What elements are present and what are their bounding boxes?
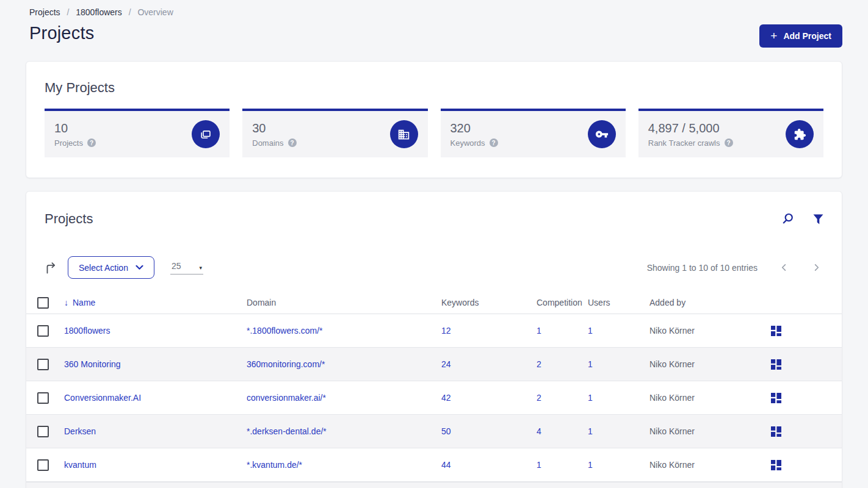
competition-count[interactable]: 1 [537,460,588,470]
puzzle-icon [786,120,814,148]
table-row: kvantum *.kvantum.de/* 44 1 1 Niko Körne… [26,448,842,482]
stat-domains: 30 Domains ? [242,109,427,157]
added-by: Niko Körner [649,460,771,470]
stats-row: 10 Projects ? 30 [45,109,823,157]
column-header-domain: Domain [247,298,441,307]
projects-panel-title: Projects [45,211,762,227]
competition-count[interactable]: 2 [537,393,588,403]
keywords-count[interactable]: 24 [441,359,537,369]
column-header-users: Users [588,298,649,307]
project-domain-link[interactable]: 360monitoring.com/* [247,359,325,369]
page-size-value: 25 [172,261,181,271]
column-header-keywords: Keywords [441,298,537,307]
project-domain-link[interactable]: conversionmaker.ai/* [247,393,326,403]
breadcrumb-1800flowers[interactable]: 1800flowers [76,7,122,17]
stat-projects: 10 Projects ? [45,109,230,157]
added-by: Niko Körner [649,359,771,369]
table-header-row: ↓ Name Domain Keywords Competition Users… [26,292,842,314]
row-checkbox[interactable] [37,359,49,370]
add-project-label: Add Project [783,31,831,41]
users-count[interactable]: 1 [588,359,649,369]
breadcrumb: Projects / 1800flowers / Overview [29,7,173,17]
column-header-name[interactable]: ↓ Name [64,298,247,307]
row-checkbox[interactable] [37,392,49,404]
help-icon[interactable]: ? [288,138,297,147]
keywords-count[interactable]: 44 [441,460,537,470]
keywords-count[interactable]: 42 [441,393,537,403]
select-action-dropdown[interactable]: Select Action [68,256,154,279]
row-checkbox[interactable] [37,459,49,471]
project-domain-link[interactable]: *.kvantum.de/* [247,460,302,470]
pagination-next-icon[interactable] [812,263,821,272]
help-icon[interactable]: ? [490,138,498,147]
export-icon[interactable] [45,261,58,274]
page-size-select[interactable]: 25 ▾ [170,261,203,274]
dashboard-icon[interactable] [771,426,781,437]
plus-icon: + [770,30,777,41]
project-name-link[interactable]: kvantum [64,460,96,470]
help-icon[interactable]: ? [725,138,733,147]
copy-icon [192,120,220,148]
users-count[interactable]: 1 [588,426,649,436]
breadcrumb-projects[interactable]: Projects [29,7,60,17]
row-checkbox[interactable] [37,325,49,337]
column-header-competition: Competition [537,298,588,307]
building-icon [390,120,418,148]
table-row: 1800flowers *.1800flowers.com/* 12 1 1 N… [26,314,842,348]
project-name-link[interactable]: 1800flowers [64,326,110,336]
key-icon [588,120,616,148]
caret-down-icon: ▾ [199,265,202,271]
sort-desc-icon: ↓ [64,298,68,307]
projects-table: ↓ Name Domain Keywords Competition Users… [26,292,842,488]
added-by: Niko Körner [649,426,771,436]
added-by: Niko Körner [649,393,771,403]
breadcrumb-separator: / [67,7,69,17]
dashboard-icon[interactable] [771,460,781,470]
projects-page: Projects / 1800flowers / Overview Projec… [0,0,868,488]
keywords-count[interactable]: 50 [441,426,537,436]
add-project-button[interactable]: + Add Project [759,24,842,48]
table-row: 360 Monitoring 360monitoring.com/* 24 2 … [26,348,842,381]
added-by: Niko Körner [649,326,771,336]
pagination-prev-icon[interactable] [779,263,789,272]
competition-count[interactable]: 4 [537,426,588,436]
chevron-down-icon [136,265,143,270]
users-count[interactable]: 1 [588,393,649,403]
project-name-link[interactable]: Conversionmaker.AI [64,393,141,403]
showing-entries-text: Showing 1 to 10 of 10 entries [647,263,758,273]
search-icon[interactable] [781,213,794,225]
stat-keywords: 320 Keywords ? [441,109,626,157]
project-domain-link[interactable]: *.derksen-dental.de/* [247,426,327,436]
filter-icon[interactable] [813,214,823,224]
users-count[interactable]: 1 [588,460,649,470]
page-title: Projects [29,23,94,43]
project-name-link[interactable]: Derksen [64,426,96,436]
breadcrumb-overview: Overview [137,7,173,17]
project-name-link[interactable]: 360 Monitoring [64,359,121,369]
select-all-checkbox[interactable] [37,297,49,309]
keywords-count[interactable]: 12 [441,326,537,336]
projects-label: Projects [54,138,83,148]
projects-table-card: Projects Select Action [26,191,842,488]
my-projects-title: My Projects [45,80,842,96]
competition-count[interactable]: 2 [537,359,588,369]
table-row-partial [26,482,842,488]
users-count[interactable]: 1 [588,326,649,336]
help-icon[interactable]: ? [87,138,96,147]
dashboard-icon[interactable] [771,359,781,370]
competition-count[interactable]: 1 [537,326,588,336]
project-domain-link[interactable]: *.1800flowers.com/* [247,326,323,336]
table-row: Derksen *.derksen-dental.de/* 50 4 1 Nik… [26,415,842,448]
table-row: Conversionmaker.AI conversionmaker.ai/* … [26,381,842,415]
crawls-label: Rank Tracker crawls [648,138,720,148]
dashboard-icon[interactable] [771,393,781,403]
keywords-label: Keywords [450,138,485,148]
stat-rank-tracker-crawls: 4,897 / 5,000 Rank Tracker crawls ? [638,109,823,157]
my-projects-card: My Projects 10 Projects ? [26,61,842,178]
column-header-added-by: Added by [649,298,771,307]
row-checkbox[interactable] [37,426,49,437]
domains-label: Domains [252,138,283,148]
breadcrumb-separator: / [129,7,131,17]
dashboard-icon[interactable] [771,326,781,336]
select-action-label: Select Action [79,263,128,273]
